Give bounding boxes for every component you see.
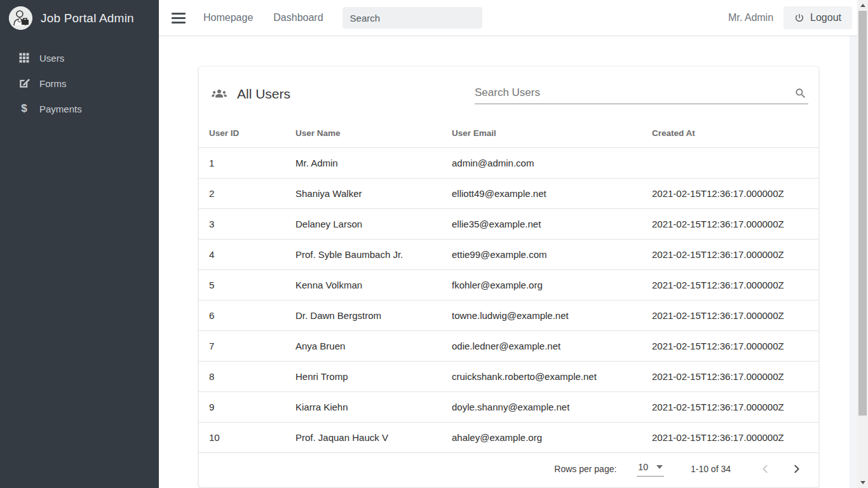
all-users-card: All Users User IDUser NameUser E	[199, 67, 818, 487]
cell-user-id: 3	[199, 209, 285, 240]
person-briefcase-icon	[9, 6, 32, 30]
app-window: Job Portal Admin Users	[0, 0, 857, 488]
cell-user-name: Delaney Larson	[285, 209, 442, 240]
cell-user-email: doyle.shanny@example.net	[442, 392, 642, 423]
table-row[interactable]: 7 Anya Bruen odie.ledner@example.net 202…	[199, 331, 818, 362]
topbar: HomepageDashboard Mr. Admin Logout	[159, 0, 857, 36]
users-group-icon	[211, 86, 227, 102]
next-page-button[interactable]	[789, 461, 804, 477]
sidebar-item-users[interactable]: Users	[0, 45, 159, 71]
cell-user-email: cruickshank.roberto@example.net	[442, 362, 642, 392]
column-header: User ID	[199, 118, 285, 148]
cell-user-id: 1	[199, 148, 285, 179]
cell-user-id: 6	[199, 301, 285, 331]
cell-created-at: 2021-02-15T12:36:17.000000Z	[642, 240, 818, 270]
sidebar-item-forms[interactable]: Forms	[0, 71, 159, 96]
brand-avatar	[9, 6, 32, 30]
cell-user-id: 8	[199, 362, 285, 392]
current-user-label: Mr. Admin	[728, 12, 773, 24]
cell-user-name: Prof. Jaquan Hauck V	[285, 423, 442, 453]
cell-created-at	[642, 148, 818, 179]
cell-user-email: fkohler@example.org	[442, 270, 642, 301]
logout-button[interactable]: Logout	[783, 6, 852, 29]
topbar-nav: HomepageDashboard	[203, 12, 323, 24]
chevron-left-icon	[757, 461, 773, 477]
cell-user-email: ahaley@example.org	[442, 423, 642, 453]
sidebar-item-label: Users	[39, 53, 64, 64]
cell-user-name: Prof. Syble Baumbach Jr.	[285, 240, 442, 270]
topbar-search	[342, 7, 482, 29]
cell-user-email: admin@admin.com	[442, 148, 642, 179]
cell-user-id: 4	[199, 240, 285, 270]
cell-created-at: 2021-02-15T12:36:17.000000Z	[642, 270, 818, 301]
table-row[interactable]: 8 Henri Tromp cruickshank.roberto@exampl…	[199, 362, 818, 392]
cell-created-at: 2021-02-15T12:36:17.000000Z	[642, 392, 818, 423]
pagination-range-label: 1-10 of 34	[691, 464, 731, 474]
scrollbar-thumb[interactable]	[858, 11, 867, 416]
table-header-row: User IDUser NameUser EmailCreated At	[199, 118, 818, 148]
cell-user-id: 10	[199, 423, 285, 453]
topbar-link[interactable]: Dashboard	[273, 12, 323, 24]
cell-user-name: Dr. Dawn Bergstrom	[285, 301, 442, 331]
sidebar-menu: Users Forms $ Payments	[0, 36, 159, 121]
cell-user-id: 9	[199, 392, 285, 423]
scrollbar-up-arrow[interactable]	[857, 0, 868, 11]
rows-per-page-select[interactable]: 10	[637, 462, 664, 477]
main-area: HomepageDashboard Mr. Admin Logout	[159, 0, 857, 488]
table-row[interactable]: 6 Dr. Dawn Bergstrom towne.ludwig@exampl…	[199, 301, 818, 331]
users-search-input[interactable]	[475, 86, 789, 99]
sidebar-header: Job Portal Admin	[0, 0, 159, 36]
logout-label: Logout	[810, 12, 841, 24]
cell-user-name: Mr. Admin	[285, 148, 442, 179]
table-row[interactable]: 10 Prof. Jaquan Hauck V ahaley@example.o…	[199, 423, 818, 453]
scrollbar-down-arrow[interactable]	[857, 477, 868, 488]
cell-user-email: ellie35@example.net	[442, 209, 642, 240]
cell-user-email: elliott49@example.net	[442, 179, 642, 209]
table-row[interactable]: 9 Kiarra Kiehn doyle.shanny@example.net …	[199, 392, 818, 423]
cell-user-email: odie.ledner@example.net	[442, 331, 642, 362]
card-header: All Users	[199, 67, 818, 111]
sidebar-item-payments[interactable]: $ Payments	[0, 96, 159, 121]
users-table: User IDUser NameUser EmailCreated At 1 M…	[199, 118, 818, 452]
pagination-controls	[757, 461, 804, 477]
cell-created-at: 2021-02-15T12:36:17.000000Z	[642, 331, 818, 362]
cell-user-id: 2	[199, 179, 285, 209]
cell-user-name: Anya Bruen	[285, 331, 442, 362]
table-row[interactable]: 5 Kenna Volkman fkohler@example.org 2021…	[199, 270, 818, 301]
table-row[interactable]: 4 Prof. Syble Baumbach Jr. ettie99@examp…	[199, 240, 818, 270]
sidebar-item-label: Payments	[39, 104, 82, 114]
cell-created-at: 2021-02-15T12:36:17.000000Z	[642, 301, 818, 331]
power-icon	[794, 13, 804, 23]
cell-user-email: towne.ludwig@example.net	[442, 301, 642, 331]
cell-user-name: Kenna Volkman	[285, 270, 442, 301]
cell-created-at: 2021-02-15T12:36:17.000000Z	[642, 209, 818, 240]
cell-user-id: 7	[199, 331, 285, 362]
cell-created-at: 2021-02-15T12:36:17.000000Z	[642, 362, 818, 392]
edit-icon	[18, 78, 30, 89]
topbar-right: Mr. Admin Logout	[728, 6, 852, 29]
column-header: User Name	[285, 118, 442, 148]
cell-created-at: 2021-02-15T12:36:17.000000Z	[642, 179, 818, 209]
previous-page-button[interactable]	[757, 461, 773, 477]
topbar-link[interactable]: Homepage	[203, 12, 253, 24]
topbar-search-input[interactable]	[350, 13, 477, 24]
cell-user-name: Shaniya Walker	[285, 179, 442, 209]
hamburger-menu-icon[interactable]	[172, 13, 186, 24]
column-header: User Email	[442, 118, 642, 148]
table-row[interactable]: 2 Shaniya Walker elliott49@example.net 2…	[199, 179, 818, 209]
table-row[interactable]: 1 Mr. Admin admin@admin.com	[199, 148, 818, 179]
table-body: 1 Mr. Admin admin@admin.com 2 Shaniya Wa…	[199, 148, 818, 453]
page-scrollbar[interactable]	[857, 0, 868, 488]
cell-user-email: ettie99@example.com	[442, 240, 642, 270]
page-content: All Users User IDUser NameUser E	[159, 36, 857, 488]
page-title: All Users	[237, 86, 290, 102]
app-title: Job Portal Admin	[41, 11, 134, 25]
search-icon[interactable]	[794, 87, 807, 100]
sidebar: Job Portal Admin Users	[0, 0, 159, 488]
rows-per-page-label: Rows per page:	[554, 464, 616, 474]
cell-user-id: 5	[199, 270, 285, 301]
dollar-icon: $	[18, 103, 30, 114]
rows-per-page-value: 10	[638, 462, 648, 472]
page-background-strip	[850, 36, 857, 488]
table-row[interactable]: 3 Delaney Larson ellie35@example.net 202…	[199, 209, 818, 240]
